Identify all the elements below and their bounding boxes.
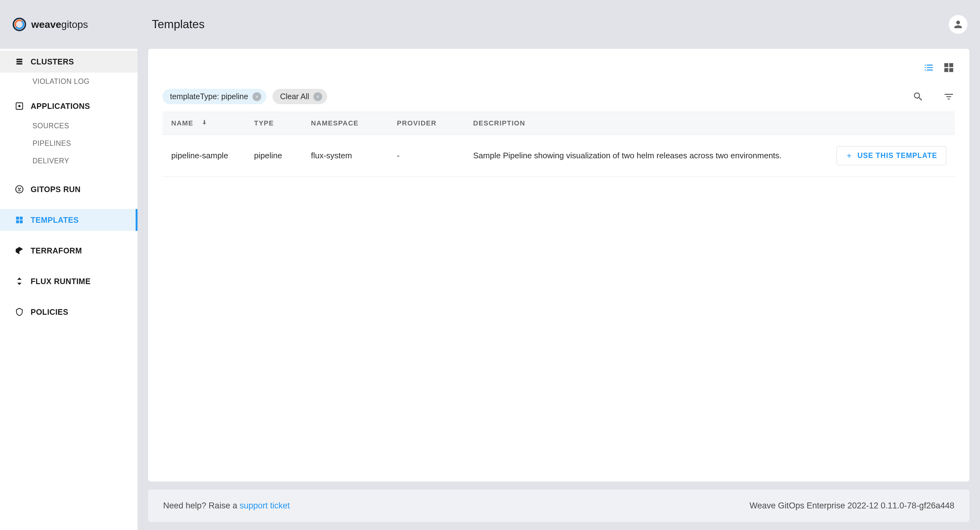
sidebar-item-label: FLUX RUNTIME xyxy=(30,277,91,286)
sidebar-item-label: APPLICATIONS xyxy=(30,102,90,111)
applications-icon xyxy=(15,102,24,110)
main-content: templateType: pipeline Clear All xyxy=(137,49,980,530)
footer-help: Need help? Raise a support ticket xyxy=(163,501,290,511)
content-card: templateType: pipeline Clear All xyxy=(148,49,969,482)
user-icon xyxy=(953,19,964,30)
sidebar-item-gitops-run[interactable]: GITOPS RUN xyxy=(0,178,137,200)
sidebar-item-templates[interactable]: TEMPLATES xyxy=(0,209,137,231)
sidebar-item-label: TERRAFORM xyxy=(30,246,82,255)
filter-button[interactable] xyxy=(942,90,955,103)
sidebar-item-clusters[interactable]: CLUSTERS xyxy=(0,51,137,73)
sidebar-item-label: PIPELINES xyxy=(32,139,71,148)
sidebar-item-pipelines[interactable]: PIPELINES xyxy=(0,134,137,152)
sidebar-item-delivery[interactable]: DELIVERY xyxy=(0,152,137,169)
clear-all-close xyxy=(313,92,322,101)
cell-name[interactable]: pipeline-sample xyxy=(171,151,254,161)
sidebar-item-label: VIOLATION LOG xyxy=(32,77,89,86)
sidebar-item-label: DELIVERY xyxy=(32,157,69,165)
plus-icon xyxy=(846,152,853,159)
filter-icon xyxy=(943,91,955,102)
gitops-run-icon xyxy=(15,185,24,194)
logo[interactable]: weavegitops xyxy=(13,18,137,31)
flux-runtime-icon xyxy=(15,277,24,286)
terraform-icon xyxy=(15,246,24,255)
close-icon xyxy=(316,94,320,99)
column-header-description[interactable]: Description xyxy=(473,119,834,128)
sidebar-item-label: CLUSTERS xyxy=(30,57,74,66)
sidebar-item-policies[interactable]: POLICIES xyxy=(0,301,137,323)
grid-icon xyxy=(943,62,955,73)
table-header: Name Type Namespace Provider xyxy=(162,112,955,135)
view-toggle-row xyxy=(162,61,955,74)
clear-all-chip[interactable]: Clear All xyxy=(272,89,327,104)
sidebar-item-applications[interactable]: APPLICATIONS xyxy=(0,95,137,117)
svg-rect-10 xyxy=(944,68,948,72)
sidebar-item-label: TEMPLATES xyxy=(30,216,79,225)
table-body: pipeline-sample pipeline flux-system - S… xyxy=(162,135,955,177)
support-ticket-link[interactable]: support ticket xyxy=(240,501,290,510)
column-header-action xyxy=(834,119,946,128)
filter-chip-remove[interactable] xyxy=(253,92,261,101)
list-icon xyxy=(923,62,935,73)
svg-rect-11 xyxy=(950,68,953,72)
logo-text: weavegitops xyxy=(31,19,88,30)
weave-logo-icon xyxy=(13,18,26,31)
svg-rect-5 xyxy=(20,217,22,220)
sidebar-item-label: POLICIES xyxy=(30,308,68,317)
cell-action: USE THIS TEMPLATE xyxy=(834,146,946,165)
svg-rect-4 xyxy=(16,217,19,220)
close-icon xyxy=(255,94,259,99)
sidebar-item-violation-log[interactable]: VIOLATION LOG xyxy=(0,73,137,90)
user-menu-button[interactable] xyxy=(949,15,967,34)
filter-chip: templateType: pipeline xyxy=(162,89,266,104)
table-row: pipeline-sample pipeline flux-system - S… xyxy=(162,135,955,177)
sidebar-item-label: SOURCES xyxy=(32,122,69,130)
filter-chip-label: templateType: pipeline xyxy=(170,92,248,101)
grid-view-button[interactable] xyxy=(942,61,955,74)
svg-rect-7 xyxy=(20,220,22,223)
use-template-button[interactable]: USE THIS TEMPLATE xyxy=(837,146,946,165)
clusters-icon xyxy=(15,57,24,66)
sidebar-item-sources[interactable]: SOURCES xyxy=(0,117,137,134)
sidebar-item-terraform[interactable]: TERRAFORM xyxy=(0,239,137,262)
search-button[interactable] xyxy=(912,90,924,103)
templates-icon xyxy=(15,216,24,224)
cell-description: Sample Pipeline showing visualization of… xyxy=(473,151,834,161)
svg-rect-9 xyxy=(950,63,953,67)
templates-table: Name Type Namespace Provider xyxy=(162,112,955,177)
footer-version: Weave GitOps Enterprise 2022-12 0.11.0-7… xyxy=(750,501,955,511)
cell-namespace: flux-system xyxy=(311,151,397,161)
sort-arrow-down-icon xyxy=(201,119,208,128)
filter-row: templateType: pipeline Clear All xyxy=(162,89,955,104)
footer: Need help? Raise a support ticket Weave … xyxy=(148,490,969,522)
clear-all-label: Clear All xyxy=(280,92,309,101)
svg-rect-6 xyxy=(16,220,19,223)
svg-point-2 xyxy=(18,105,21,107)
cell-provider: - xyxy=(397,151,473,161)
sidebar-item-flux-runtime[interactable]: FLUX RUNTIME xyxy=(0,270,137,292)
topbar: weavegitops Templates xyxy=(0,0,980,49)
list-view-button[interactable] xyxy=(923,61,935,74)
cell-type: pipeline xyxy=(254,151,311,161)
page-title: Templates xyxy=(152,18,205,31)
svg-rect-8 xyxy=(944,63,948,67)
column-header-provider[interactable]: Provider xyxy=(397,119,473,128)
sidebar: CLUSTERS VIOLATION LOG APPLICATIONS SOUR… xyxy=(0,49,137,530)
search-icon xyxy=(913,91,924,102)
column-header-name[interactable]: Name xyxy=(171,119,254,128)
sidebar-item-label: GITOPS RUN xyxy=(30,185,81,194)
column-header-namespace[interactable]: Namespace xyxy=(311,119,397,128)
policies-icon xyxy=(15,308,24,316)
column-header-type[interactable]: Type xyxy=(254,119,311,128)
